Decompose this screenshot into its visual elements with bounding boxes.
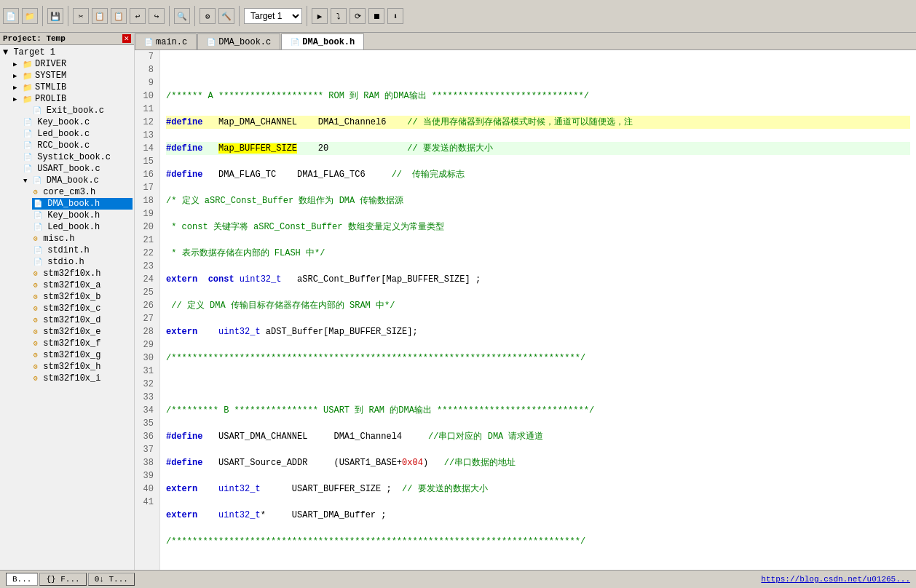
paste-icon[interactable]: 📋 xyxy=(111,8,127,24)
sidebar-file-stdint[interactable]: 📄 stdint.h xyxy=(32,245,133,256)
sidebar-file-led-book-h[interactable]: 📄 Led_book.h xyxy=(32,221,133,233)
tab-dma-book-h[interactable]: 📄 DMA_book.h xyxy=(281,33,364,49)
main-layout: Project: Temp ✕ ▼ Target 1 ▶ 📁 DRIVER ▶ … xyxy=(0,33,916,570)
gear-file-icon: ⚙ xyxy=(33,282,38,290)
sidebar-item-system[interactable]: ▶ 📁 SYSTEM xyxy=(12,70,133,82)
cut-icon[interactable]: ✂ xyxy=(73,8,89,24)
line-num-14: 14 xyxy=(141,142,154,155)
status-tab-functions[interactable]: {} F... xyxy=(39,573,86,586)
editor-area: 📄 main.c 📄 DMA_book.c 📄 DMA_book.h 7 8 9… xyxy=(135,33,916,570)
tab-main-c[interactable]: 📄 main.c xyxy=(135,33,197,49)
sidebar-file-stm32f10x-f[interactable]: ⚙ stm32f10x_f xyxy=(32,338,133,349)
status-tab-build[interactable]: B... xyxy=(6,573,38,586)
gear-file-icon: ⚙ xyxy=(33,305,38,313)
code-line-26 xyxy=(166,561,910,570)
sidebar-item-prolib[interactable]: ▶ 📁 PROLIB xyxy=(12,93,133,105)
open-folder-icon[interactable]: 📁 xyxy=(22,8,38,24)
stop-icon[interactable]: ⏹ xyxy=(368,8,384,24)
sidebar-file-key-book[interactable]: 📄 Key_book.c xyxy=(22,116,133,128)
dma-book-children: ⚙ core_cm3.h 📄 DMA_book.h 📄 Key_book.h 📄… xyxy=(22,186,133,384)
sidebar-file-stm32f10x-a[interactable]: ⚙ stm32f10x_a xyxy=(32,279,133,291)
prolib-expand-icon: ▶ xyxy=(13,95,20,103)
line-num-37: 37 xyxy=(141,443,154,456)
tree-group-target1: ▶ 📁 DRIVER ▶ 📁 SYSTEM ▶ 📁 STMLIB ▶ 📁 xyxy=(1,58,133,384)
debug-icon[interactable]: ▶ xyxy=(312,8,328,24)
sidebar-file-stdio[interactable]: 📄 stdio.h xyxy=(32,256,133,268)
dma-expand-icon: ▼ xyxy=(23,178,27,185)
status-bar: B... {} F... 0↓ T... https://blog.csdn.n… xyxy=(0,570,916,588)
gear-file-icon: ⚙ xyxy=(33,188,38,196)
step-icon[interactable]: ⤵ xyxy=(331,8,347,24)
sidebar-file-usart-book[interactable]: 📄 USART_book.c xyxy=(22,163,133,175)
file-icon: 📄 xyxy=(23,142,32,150)
redo-icon[interactable]: ↪ xyxy=(149,8,165,24)
gear-file-icon: ⚙ xyxy=(33,293,38,301)
sidebar-file-stm32f10x-c[interactable]: ⚙ stm32f10x_c xyxy=(32,303,133,314)
expand-spacer xyxy=(23,108,27,115)
build-icon[interactable]: 🔨 xyxy=(218,8,234,24)
sidebar: Project: Temp ✕ ▼ Target 1 ▶ 📁 DRIVER ▶ … xyxy=(0,33,135,570)
toolbar-separator-3 xyxy=(169,6,170,26)
code-line-23: extern uint32_t USART_BUFFER_SIZE ; // 要… xyxy=(166,482,910,496)
line-num-26: 26 xyxy=(141,299,154,312)
toolbar-separator-5 xyxy=(239,6,240,26)
sidebar-file-stm32f10x-e[interactable]: ⚙ stm32f10x_e xyxy=(32,326,133,338)
line-num-30: 30 xyxy=(141,351,154,365)
sidebar-item-driver[interactable]: ▶ 📁 DRIVER xyxy=(12,58,133,70)
new-file-icon[interactable]: 📄 xyxy=(3,8,19,24)
sidebar-file-rcc-book[interactable]: 📄 RCC_book.c xyxy=(22,140,133,151)
compile-icon[interactable]: ⚙ xyxy=(200,8,216,24)
sidebar-file-dma-book-c[interactable]: ▼ 📄 DMA_book.c xyxy=(22,175,133,186)
line-num-28: 28 xyxy=(141,325,154,338)
file-icon: 📄 xyxy=(33,212,42,220)
copy-icon[interactable]: 📋 xyxy=(92,8,108,24)
save-icon[interactable]: 💾 xyxy=(47,8,63,24)
gear-file-icon: ⚙ xyxy=(33,235,38,243)
code-line-8: /****** A ******************** ROM 到 RAM… xyxy=(166,90,910,103)
undo-icon[interactable]: ↩ xyxy=(130,8,146,24)
prolib-folder-icon: 📁 xyxy=(23,95,33,104)
sidebar-file-systick-book[interactable]: 📄 Systick_book.c xyxy=(22,151,133,163)
line-num-12: 12 xyxy=(141,116,154,129)
line-num-17: 17 xyxy=(141,181,154,194)
line-num-19: 19 xyxy=(141,207,154,220)
sidebar-file-dma-book-h[interactable]: 📄 DMA_book.h xyxy=(32,198,133,210)
status-tab-templates[interactable]: 0↓ T... xyxy=(88,573,135,586)
find-icon[interactable]: 🔍 xyxy=(174,8,190,24)
sidebar-file-core-cm3[interactable]: ⚙ core_cm3.h xyxy=(32,186,133,198)
code-line-9: #define Map_DMA_CHANNEL DMA1_Channel6 //… xyxy=(166,116,910,129)
sidebar-file-exit-book[interactable]: 📄 Exit_book.c xyxy=(22,105,133,116)
sidebar-file-stm32f10x-h[interactable]: ⚙ stm32f10x.h xyxy=(32,268,133,279)
line-num-21: 21 xyxy=(141,234,154,247)
code-line-14: * 表示数据存储在内部的 FLASH 中*/ xyxy=(166,247,910,260)
tab-file-icon: 📄 xyxy=(291,38,299,47)
target-select[interactable]: Target 1 xyxy=(244,8,302,24)
sidebar-file-stm32f10x-h2[interactable]: ⚙ stm32f10x_h xyxy=(32,361,133,373)
sidebar-file-misc[interactable]: ⚙ misc.h xyxy=(32,233,133,245)
code-editor[interactable]: 7 8 9 10 11 12 13 14 15 16 17 18 19 20 2… xyxy=(135,50,916,570)
status-url[interactable]: https://blog.csdn.net/u01265... xyxy=(761,575,910,584)
toolbar-separator-4 xyxy=(194,6,195,26)
sidebar-item-target1[interactable]: ▼ Target 1 xyxy=(1,47,133,58)
stmlib-folder-icon: 📁 xyxy=(23,83,33,92)
line-num-34: 34 xyxy=(141,404,154,417)
download-icon[interactable]: ⬇ xyxy=(387,8,403,24)
sidebar-file-stm32f10x-d[interactable]: ⚙ stm32f10x_d xyxy=(32,314,133,326)
file-icon: 📄 xyxy=(33,223,42,231)
code-line-12: /* 定义 aSRC_Const_Buffer 数组作为 DMA 传输数据源 xyxy=(166,194,910,207)
step-over-icon[interactable]: ⟳ xyxy=(350,8,366,24)
status-tab-functions-label: {} F... xyxy=(46,575,79,584)
sidebar-close-button[interactable]: ✕ xyxy=(122,34,131,43)
sidebar-file-stm32f10x-i[interactable]: ⚙ stm32f10x_i xyxy=(32,373,133,384)
sidebar-file-key-book-h[interactable]: 📄 Key_book.h xyxy=(32,210,133,221)
sidebar-file-stm32f10x-b[interactable]: ⚙ stm32f10x_b xyxy=(32,291,133,303)
sidebar-file-stm32f10x-g[interactable]: ⚙ stm32f10x_g xyxy=(32,349,133,361)
line-num-8: 8 xyxy=(141,63,154,76)
line-num-27: 27 xyxy=(141,312,154,325)
sidebar-item-stmlib[interactable]: ▶ 📁 STMLIB xyxy=(12,82,133,93)
code-line-21: #define USART_DMA_CHANNEL DMA1_Channel4 … xyxy=(166,430,910,443)
tab-dma-book-h-label: DMA_book.h xyxy=(302,37,355,47)
code-line-7 xyxy=(166,63,910,76)
sidebar-file-led-book[interactable]: 📄 Led_book.c xyxy=(22,128,133,140)
tab-dma-book-c[interactable]: 📄 DMA_book.c xyxy=(197,33,280,49)
